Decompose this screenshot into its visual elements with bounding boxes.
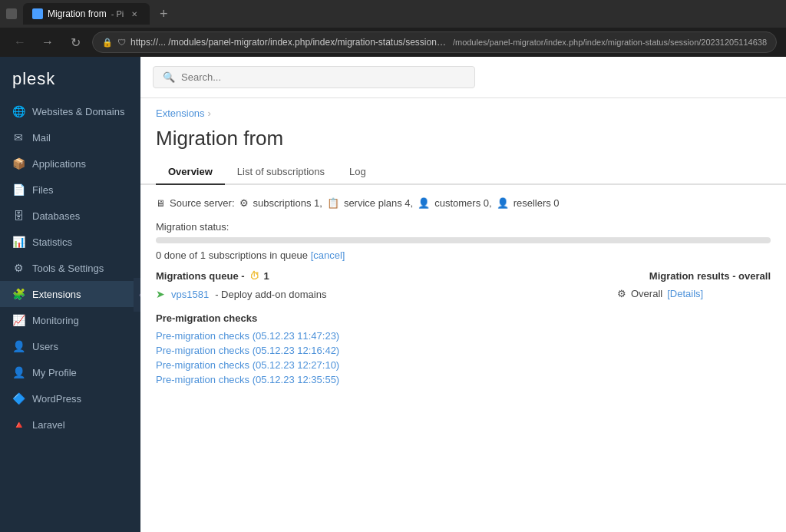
statistics-icon: 📊 bbox=[12, 236, 25, 248]
active-tab[interactable]: Migration from - Pi ✕ bbox=[23, 3, 150, 25]
sidebar-item-my-profile[interactable]: 👤 My Profile bbox=[0, 359, 140, 385]
server-info: 🖥 Source server: ⚙ subscriptions 1, 📋 se… bbox=[156, 197, 771, 209]
cancel-link[interactable]: [cancel] bbox=[311, 249, 345, 261]
queue-count: 1 bbox=[264, 270, 269, 282]
pre-migration-link-1[interactable]: Pre-migration checks (05.12.23 11:47:23) bbox=[156, 330, 617, 342]
sidebar-label-databases: Databases bbox=[32, 210, 80, 222]
queue-item-link[interactable]: vps1581 bbox=[171, 289, 209, 300]
migration-status-section: Migration status: 0 done of 1 subscripti… bbox=[156, 221, 771, 261]
pre-migration-link-3[interactable]: Pre-migration checks (05.12.23 12:27:10) bbox=[156, 359, 617, 371]
sidebar-item-applications[interactable]: 📦 Applications bbox=[0, 150, 140, 177]
pre-migration-link-2[interactable]: Pre-migration checks (05.12.23 12:16:42) bbox=[156, 345, 617, 356]
back-button[interactable]: ← bbox=[9, 31, 31, 53]
applications-icon: 📦 bbox=[12, 157, 25, 170]
breadcrumb-extensions-link[interactable]: Extensions bbox=[156, 107, 205, 119]
page-title: Migration from bbox=[140, 124, 786, 160]
sidebar-label-applications: Applications bbox=[32, 158, 86, 170]
sidebar-item-websites-domains[interactable]: 🌐 Websites & Domains bbox=[0, 98, 140, 124]
results-details-link[interactable]: [Details] bbox=[667, 288, 703, 299]
address-bar[interactable]: 🔒 🛡 https://... /modules/panel-migrator/… bbox=[92, 31, 777, 53]
databases-icon: 🗄 bbox=[12, 210, 25, 222]
tab-title: Migration from bbox=[48, 8, 107, 19]
source-server-label: Source server: bbox=[170, 197, 235, 209]
tab-overview[interactable]: Overview bbox=[156, 160, 225, 185]
refresh-button[interactable]: ↻ bbox=[64, 31, 86, 53]
page-content: Extensions › Migration from Overview Lis… bbox=[140, 98, 786, 532]
url-text: https://... /modules/panel-migrator/inde… bbox=[130, 37, 448, 48]
progress-bar bbox=[156, 237, 771, 243]
plesk-logo: plesk bbox=[0, 57, 140, 98]
content-body: 🖥 Source server: ⚙ subscriptions 1, 📋 se… bbox=[140, 185, 786, 401]
laravel-icon: 🔺 bbox=[12, 418, 25, 431]
breadcrumb-separator: › bbox=[208, 107, 211, 119]
subscriptions-icon: ⚙ bbox=[239, 197, 249, 209]
tab-favicon bbox=[32, 8, 43, 19]
main-content: 🔍 Extensions › Migration from Overview L… bbox=[140, 57, 786, 532]
sidebar-label-wordpress: WordPress bbox=[32, 393, 81, 405]
window-icon bbox=[6, 8, 17, 19]
sidebar-collapse-button[interactable]: ‹ bbox=[134, 278, 140, 312]
sidebar-label-laravel: Laravel bbox=[32, 419, 65, 431]
gear-icon: ⚙ bbox=[617, 288, 626, 299]
sidebar-label-tools-settings: Tools & Settings bbox=[32, 263, 104, 274]
new-tab-button[interactable]: + bbox=[153, 3, 174, 25]
sidebar-label-users: Users bbox=[32, 341, 58, 352]
monitoring-icon: 📈 bbox=[12, 314, 25, 326]
sidebar-item-users[interactable]: 👤 Users bbox=[0, 333, 140, 359]
pre-migration-section: Pre-migration checks Pre-migration check… bbox=[156, 312, 617, 385]
users-icon: 👤 bbox=[12, 340, 25, 352]
sidebar-item-databases[interactable]: 🗄 Databases bbox=[0, 203, 140, 229]
search-bar: 🔍 bbox=[140, 57, 786, 98]
tab-list-subscriptions[interactable]: List of subscriptions bbox=[225, 160, 337, 185]
queue-header: Migrations queue - ⏱ 1 bbox=[156, 270, 617, 282]
queue-right: Migration results - overall ⚙ Overall [D… bbox=[617, 270, 771, 388]
sidebar-item-mail[interactable]: ✉ Mail bbox=[0, 124, 140, 150]
browser-titlebar: Migration from - Pi ✕ + bbox=[0, 0, 786, 28]
service-plans-icon: 📋 bbox=[327, 197, 339, 209]
sidebar-item-tools-settings[interactable]: ⚙ Tools & Settings bbox=[0, 255, 140, 281]
warning-icon: ⏱ bbox=[249, 270, 259, 282]
tab-subtitle: - Pi bbox=[111, 9, 124, 18]
tab-close-button[interactable]: ✕ bbox=[128, 8, 140, 20]
service-plans-value: service plans 4, bbox=[344, 197, 413, 209]
breadcrumb: Extensions › bbox=[140, 98, 786, 124]
queue-left: Migrations queue - ⏱ 1 ➤ vps1581 - Deplo… bbox=[156, 270, 617, 388]
queue-arrow-icon: ➤ bbox=[156, 288, 165, 300]
sidebar-label-extensions: Extensions bbox=[32, 289, 81, 300]
url-path: /modules/panel-migrator/index.php/index/… bbox=[453, 38, 767, 47]
search-input[interactable] bbox=[181, 71, 465, 83]
forward-button[interactable]: → bbox=[37, 31, 58, 53]
sidebar-label-statistics: Statistics bbox=[32, 236, 72, 248]
progress-label: 0 done of 1 subscriptions in queue bbox=[156, 249, 308, 261]
wordpress-icon: 🔷 bbox=[12, 392, 25, 405]
sidebar-item-wordpress[interactable]: 🔷 WordPress bbox=[0, 385, 140, 411]
sidebar-item-laravel[interactable]: 🔺 Laravel bbox=[0, 411, 140, 438]
tab-log[interactable]: Log bbox=[337, 160, 378, 185]
resellers-value: resellers 0 bbox=[514, 197, 560, 209]
results-item: ⚙ Overall [Details] bbox=[617, 288, 771, 299]
subscriptions-value: subscriptions 1, bbox=[253, 197, 322, 209]
migration-status-label: Migration status: bbox=[156, 221, 771, 233]
search-input-wrap[interactable]: 🔍 bbox=[153, 66, 475, 88]
mail-icon: ✉ bbox=[12, 131, 25, 144]
security-icon: 🔒 bbox=[102, 38, 113, 48]
resellers-icon: 👤 bbox=[497, 197, 509, 209]
sidebar-label-my-profile: My Profile bbox=[32, 367, 77, 378]
profile-icon: 👤 bbox=[12, 366, 25, 378]
sidebar-item-extensions[interactable]: 🧩 Extensions bbox=[0, 281, 140, 307]
results-overall-label: Overall bbox=[631, 288, 662, 299]
pre-migration-title: Pre-migration checks bbox=[156, 312, 617, 324]
browser-tabs: Migration from - Pi ✕ + bbox=[23, 3, 780, 25]
tools-icon: ⚙ bbox=[12, 262, 25, 274]
tabs-bar: Overview List of subscriptions Log bbox=[140, 160, 786, 185]
pre-migration-link-4[interactable]: Pre-migration checks (05.12.23 12:35:55) bbox=[156, 374, 617, 385]
queue-item: ➤ vps1581 - Deploy add-on domains bbox=[156, 288, 617, 300]
customers-value: customers 0, bbox=[434, 197, 491, 209]
sidebar-item-statistics[interactable]: 📊 Statistics bbox=[0, 229, 140, 255]
customers-icon: 👤 bbox=[418, 197, 430, 209]
sidebar-item-monitoring[interactable]: 📈 Monitoring bbox=[0, 307, 140, 333]
sidebar-item-files[interactable]: 📄 Files bbox=[0, 177, 140, 203]
queue-item-desc: - Deploy add-on domains bbox=[215, 289, 326, 300]
extensions-icon: 🧩 bbox=[12, 288, 25, 300]
sidebar-label-websites-domains: Websites & Domains bbox=[32, 106, 124, 117]
